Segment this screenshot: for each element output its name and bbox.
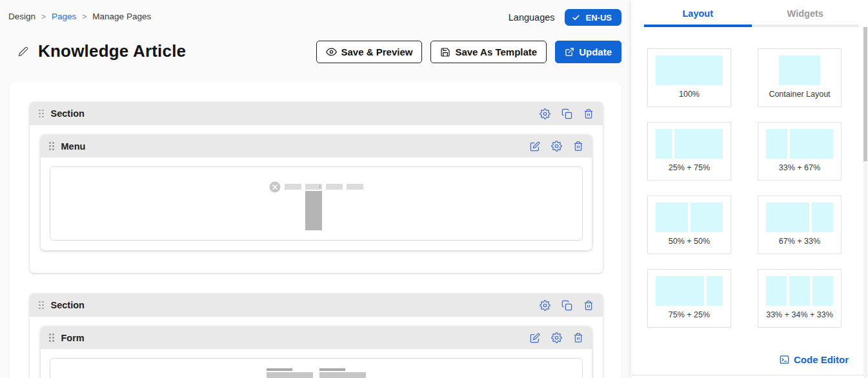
section-header: Section [30,293,603,317]
layout-option-25-75[interactable]: 25% + 75% [647,122,731,181]
layout-thumbnail [656,203,723,232]
menu-widget-preview: ↓ [50,166,583,241]
layout-option-67-33[interactable]: 67% + 33% [758,195,842,254]
gear-icon[interactable] [540,300,550,311]
layout-option-container[interactable]: Container Layout [758,48,842,107]
save-preview-button[interactable]: Save & Preview [316,41,423,63]
check-icon [572,14,580,22]
layout-option-100[interactable]: 100% [647,48,731,107]
layout-thumbnail [656,129,723,159]
language-badge-label: EN-US [586,13,612,23]
copy-icon[interactable] [561,300,572,311]
breadcrumb-design[interactable]: Design [8,12,35,21]
section-card: Section Menu [30,102,603,273]
breadcrumb-separator: > [82,12,86,21]
edit-icon[interactable] [530,333,540,343]
trash-icon[interactable] [573,141,583,152]
layout-option-label: 25% + 75% [669,163,710,172]
drag-handle-icon[interactable] [49,333,54,342]
layout-option-50-50[interactable]: 50% + 50% [647,195,731,254]
page-builder-canvas: Section Menu [10,82,621,378]
form-field-placeholder [267,368,313,378]
layout-option-label: 33% + 34% + 33% [766,310,833,319]
floppy-icon [440,47,450,57]
form-widget-preview [50,358,583,378]
layout-options-grid: 100% Container Layout 25% + 75% 33% + 67… [647,48,842,328]
section-header: Section [30,102,603,125]
dropdown-arrow-icon: ↓ [319,183,322,190]
dropdown-panel-placeholder [305,191,322,230]
trash-icon[interactable] [583,300,594,311]
gear-icon[interactable] [540,108,550,119]
form-widget-title: Form [61,333,85,343]
breadcrumb-pages[interactable]: Pages [52,12,76,21]
form-widget-header: Form [41,326,592,349]
languages-label: Languages [509,12,555,23]
save-preview-label: Save & Preview [341,46,413,57]
main-area: Design > Pages > Manage Pages Languages … [0,0,631,378]
layout-thumbnail [656,276,723,306]
layout-thumbnail [766,203,833,232]
form-field-placeholder [319,368,366,378]
drag-handle-icon[interactable] [39,110,44,118]
code-editor-link[interactable]: Code Editor [780,354,849,365]
layout-option-label: 75% + 25% [669,310,710,319]
section-card: Section Form [30,293,603,378]
form-placeholder-graphic [50,359,582,378]
panel-scrollbar[interactable] [863,27,867,378]
panel-tabs: Layout Widgets [644,0,859,27]
menu-item-placeholder-with-dropdown: ↓ [305,184,322,190]
tab-active-underline [644,25,752,27]
layout-option-label: 67% + 33% [779,237,820,246]
edit-icon[interactable] [530,141,540,152]
layout-option-75-25[interactable]: 75% + 25% [647,269,731,328]
section-title: Section [51,108,85,119]
external-link-icon [565,47,574,57]
layout-thumbnail [766,276,833,306]
gear-icon[interactable] [551,141,562,152]
drag-handle-icon[interactable] [49,142,54,150]
save-as-template-label: Save As Template [455,46,537,57]
layout-thumbnail [656,55,723,85]
logo-placeholder-icon [269,181,281,193]
gear-icon[interactable] [551,332,562,343]
trash-icon[interactable] [573,332,583,343]
menu-placeholder-graphic: ↓ [50,167,582,193]
layout-option-label: Container Layout [769,90,830,99]
layout-option-label: 50% + 50% [669,237,710,246]
section-title: Section [51,300,85,310]
scrollbar-thumb[interactable] [863,27,867,161]
copy-icon[interactable] [561,108,572,119]
breadcrumb-separator: > [41,12,46,21]
menu-item-placeholder [285,184,301,190]
tab-layout[interactable]: Layout [644,0,752,27]
save-as-template-button[interactable]: Save As Template [430,41,547,63]
page-title: Knowledge Article [38,41,186,61]
tab-underline-track [644,25,859,27]
edit-title-pencil-icon[interactable] [18,46,28,57]
layout-option-label: 100% [679,90,700,99]
layout-option-33-34-33[interactable]: 33% + 34% + 33% [758,269,842,328]
menu-item-placeholder [347,184,363,190]
page-title-row: Knowledge Article [18,41,186,61]
drag-handle-icon[interactable] [39,301,44,310]
language-selector-row: Languages EN-US [509,9,621,26]
menu-widget-card: Menu [41,135,592,250]
update-button[interactable]: Update [555,41,621,63]
menu-widget-title: Menu [61,141,86,152]
eye-icon [326,46,337,57]
menu-item-placeholder [326,184,343,190]
form-widget-card: Form [41,326,592,378]
breadcrumb-manage-pages: Manage Pages [92,12,151,21]
layout-option-label: 33% + 67% [779,163,820,172]
trash-icon[interactable] [583,108,594,119]
layout-thumbnail [766,55,833,85]
layout-thumbnail [766,129,833,159]
language-badge[interactable]: EN-US [565,9,621,26]
update-label: Update [579,46,612,57]
toolbar: Save & Preview Save As Template Update [316,41,621,63]
layout-option-33-67[interactable]: 33% + 67% [758,122,842,181]
layout-widgets-panel: Layout Widgets 100% Container Layout 25%… [631,0,868,378]
tab-widgets[interactable]: Widgets [752,0,860,27]
menu-widget-header: Menu [41,135,592,157]
